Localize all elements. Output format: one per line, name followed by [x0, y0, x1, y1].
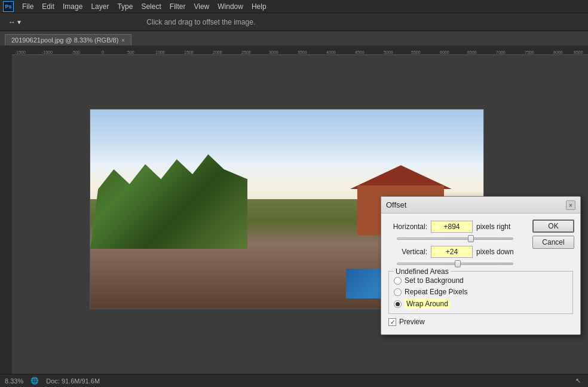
ps-logo: Ps: [3, 1, 14, 12]
ruler-num: 7500: [525, 50, 534, 54]
menu-select[interactable]: Select: [137, 1, 165, 12]
ok-button[interactable]: OK: [532, 220, 574, 233]
toolbar: ↔ ▾ Click and drag to offset the image.: [0, 13, 588, 31]
vertical-input[interactable]: [431, 246, 473, 258]
ruler-num: 5500: [411, 50, 421, 54]
ruler-num: 500: [127, 50, 134, 54]
tab-close-icon[interactable]: ×: [121, 37, 125, 44]
ruler-num: 8000: [553, 50, 563, 54]
menu-edit[interactable]: Edit: [38, 1, 59, 12]
ruler-num: 4500: [355, 50, 365, 54]
app-icon: Ps: [2, 1, 14, 13]
zoom-level: 8.33%: [5, 377, 23, 385]
radio-set-background-label: Set to Background: [405, 276, 464, 285]
dialog-title: Offset: [386, 200, 406, 209]
ruler-num: 3500: [298, 50, 307, 54]
doc-size: Doc: 91.6M/91.6M: [46, 377, 100, 385]
ruler-num: -1500: [15, 50, 26, 54]
radio-repeat-edge-row: Repeat Edge Pixels: [394, 288, 566, 296]
radio-wrap-around[interactable]: [394, 300, 402, 308]
vertical-slider-thumb[interactable]: [455, 260, 461, 267]
preview-row: ✓ Preview: [388, 318, 573, 326]
menu-type[interactable]: Type: [113, 1, 137, 12]
ruler-h-marks: -1500 -1000 -500 0 500 1000 1500 2000 25…: [12, 45, 588, 54]
menu-layer[interactable]: Layer: [87, 1, 113, 12]
radio-repeat-edge[interactable]: [394, 288, 402, 296]
radio-wrap-around-label: Wrap Around: [405, 299, 450, 309]
offset-dialog: Offset × OK Cancel Horizontal: pixels ri…: [381, 196, 581, 335]
radio-dot: [396, 302, 400, 306]
undefined-areas-group: Undefined Areas Set to Background Repeat…: [388, 271, 573, 314]
document-tab[interactable]: 20190621pool.jpg @ 8.33% (RGB/8) ×: [5, 34, 131, 45]
cancel-button[interactable]: Cancel: [532, 236, 574, 249]
ruler-num: 0: [102, 50, 104, 54]
menu-file[interactable]: File: [18, 1, 38, 12]
dialog-action-buttons: OK Cancel: [532, 220, 574, 249]
ruler-num: 8500: [574, 50, 583, 54]
dialog-titlebar: Offset ×: [381, 197, 580, 214]
dialog-body: OK Cancel Horizontal: pixels right Verti…: [381, 214, 580, 334]
ruler-num: 7000: [496, 50, 506, 54]
horizontal-slider-thumb[interactable]: [468, 235, 474, 242]
vertical-unit: pixels down: [476, 248, 514, 256]
ruler-num: 2000: [213, 50, 222, 54]
ruler-num: 5000: [384, 50, 393, 54]
ruler-num: 1000: [155, 50, 165, 54]
ruler-num: 4000: [326, 50, 336, 54]
earth-icon: 🌐: [30, 377, 39, 385]
vertical-label: Vertical:: [388, 248, 427, 256]
menu-window[interactable]: Window: [213, 1, 247, 12]
ruler-num: -1000: [42, 50, 53, 54]
tabbar: 20190621pool.jpg @ 8.33% (RGB/8) ×: [0, 31, 588, 45]
checkmark-icon: ✓: [390, 319, 395, 325]
move-tool[interactable]: ↔ ▾: [5, 16, 24, 28]
preview-checkbox[interactable]: ✓: [388, 318, 396, 326]
radio-repeat-edge-label: Repeat Edge Pixels: [405, 288, 467, 296]
left-panel: [0, 45, 12, 374]
horizontal-unit: pixels right: [476, 223, 510, 231]
menu-filter[interactable]: Filter: [166, 1, 190, 12]
horizontal-input[interactable]: [431, 221, 473, 233]
menubar: Ps File Edit Image Layer Type Select Fil…: [0, 0, 588, 13]
undefined-areas-label: Undefined Areas: [394, 267, 451, 276]
ruler-horizontal: -1500 -1000 -500 0 500 1000 1500 2000 25…: [12, 45, 588, 55]
radio-set-background-row: Set to Background: [394, 276, 566, 285]
menu-image[interactable]: Image: [59, 1, 87, 12]
preview-label: Preview: [399, 318, 425, 326]
toolbar-hint: Click and drag to offset the image.: [146, 18, 255, 26]
tool-dropdown-icon: ▾: [17, 18, 21, 26]
dialog-close-button[interactable]: ×: [566, 200, 575, 210]
ruler-num: 3000: [269, 50, 278, 54]
tab-filename: 20190621pool.jpg @ 8.33% (RGB/8): [11, 36, 118, 44]
horizontal-label: Horizontal:: [388, 223, 427, 231]
ruler-num: 2500: [241, 50, 251, 54]
radio-set-background[interactable]: [394, 277, 402, 285]
radio-wrap-around-row: Wrap Around: [394, 299, 566, 309]
horizontal-slider-track[interactable]: [397, 237, 513, 240]
menu-view[interactable]: View: [189, 1, 213, 12]
vertical-slider-track[interactable]: [397, 263, 513, 265]
menu-help[interactable]: Help: [247, 1, 271, 12]
ruler-num: 6500: [467, 50, 477, 54]
vertical-slider-row: [388, 263, 573, 265]
ruler-num: -500: [72, 50, 80, 54]
statusbar: 8.33% 🌐 Doc: 91.6M/91.6M ↖: [0, 374, 588, 387]
cursor-icon: ↖: [575, 377, 581, 385]
ruler-num: 6000: [440, 50, 449, 54]
ruler-num: 1500: [184, 50, 194, 54]
